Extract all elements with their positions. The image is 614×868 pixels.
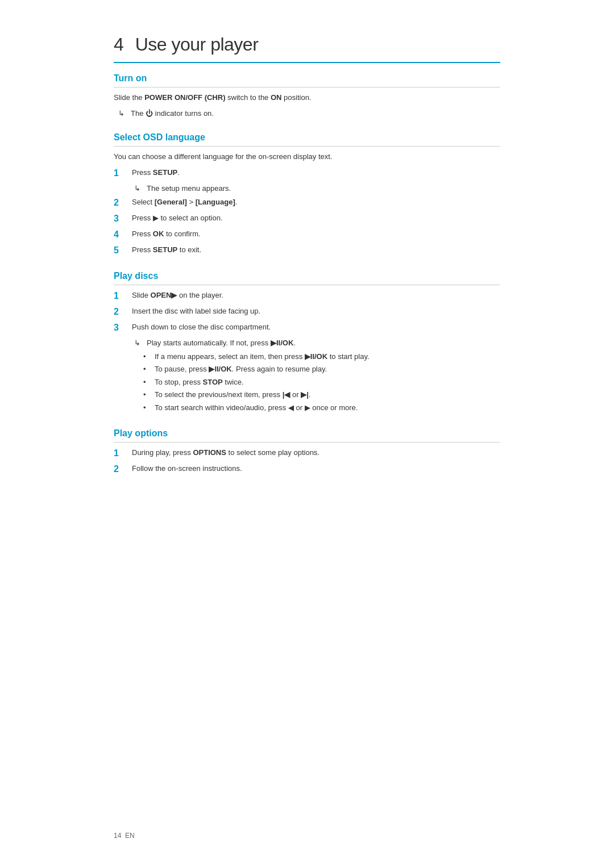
section-title-turn-on: Turn on	[114, 73, 500, 87]
arrow-icon: ↳	[134, 337, 143, 349]
disc-step-3-result: ↳ Play starts automatically. If not, pre…	[114, 337, 500, 415]
step-text: Press SETUP.	[132, 167, 500, 178]
section-title-play-options: Play options	[114, 428, 500, 443]
turn-on-result-text: The ⏻ indicator turns on.	[131, 108, 214, 119]
step-text: Press ▶ to select an option.	[132, 212, 500, 224]
play-disc-steps: 1 Slide OPEN▶ on the player. 2 Insert th…	[114, 290, 500, 415]
page-number: 14	[114, 832, 121, 840]
osd-step-5: 5 Press SETUP to exit.	[114, 244, 500, 257]
disc-bullet-list: • If a menu appears, select an item, the…	[143, 351, 500, 414]
step-number: 1	[114, 446, 127, 460]
step-text: Slide OPEN▶ on the player.	[132, 290, 500, 301]
arrow-icon: ↳	[134, 183, 143, 194]
disc-result-block: ↳ Play starts automatically. If not, pre…	[132, 337, 500, 415]
bullet-icon: •	[143, 377, 150, 388]
bullet-item-stop: • To stop, press STOP twice.	[143, 377, 500, 388]
disc-step-2: 2 Insert the disc with label side facing…	[114, 306, 500, 319]
step-number: 2	[114, 462, 127, 476]
bullet-icon: •	[143, 402, 150, 414]
disc-step-3: 3 Push down to close the disc compartmen…	[114, 322, 500, 335]
osd-result: ↳ The setup menu appears.	[134, 183, 231, 194]
options-step-1: 1 During play, press OPTIONS to select s…	[114, 447, 500, 460]
step-text: Follow the on-screen instructions.	[132, 463, 500, 474]
osd-step-2: 2 Select [General] > [Language].	[114, 197, 500, 210]
osd-step-1-result: ↳ The setup menu appears.	[114, 183, 500, 194]
disc-step-1: 1 Slide OPEN▶ on the player.	[114, 290, 500, 303]
turn-on-description: Slide the POWER ON/OFF (CHR) switch to t…	[114, 92, 500, 103]
chapter-title: 4 Use your player	[114, 34, 500, 63]
bullet-item-menu: • If a menu appears, select an item, the…	[143, 351, 500, 362]
step-text: During play, press OPTIONS to select som…	[132, 447, 500, 458]
bullet-text: To select the previous/next item, press …	[155, 389, 310, 400]
step-number: 3	[114, 321, 127, 335]
osd-step-4: 4 Press OK to confirm.	[114, 228, 500, 241]
arrow-icon: ↳	[118, 108, 127, 119]
section-title-osd: Select OSD language	[114, 132, 500, 147]
bullet-text: To start search within video/audio, pres…	[155, 402, 358, 414]
step-number: 1	[114, 289, 127, 303]
bullet-icon: •	[143, 389, 150, 400]
osd-description: You can choose a different language for …	[114, 151, 500, 162]
step-number: 5	[114, 244, 127, 257]
osd-result-text: The setup menu appears.	[147, 183, 231, 194]
footer: 14 EN	[114, 832, 135, 840]
section-osd-language: Select OSD language You can choose a dif…	[114, 132, 500, 257]
section-play-discs: Play discs 1 Slide OPEN▶ on the player. …	[114, 271, 500, 415]
disc-play-result: ↳ Play starts automatically. If not, pre…	[134, 337, 500, 349]
section-play-options: Play options 1 During play, press OPTION…	[114, 428, 500, 476]
osd-step-3: 3 Press ▶ to select an option.	[114, 212, 500, 226]
page: 4 Use your player Turn on Slide the POWE…	[0, 0, 614, 868]
turn-on-result: ↳ The ⏻ indicator turns on.	[118, 108, 500, 119]
step-text: Select [General] > [Language].	[132, 197, 500, 208]
section-title-play-discs: Play discs	[114, 271, 500, 285]
step-number: 1	[114, 166, 127, 180]
options-step-2: 2 Follow the on-screen instructions.	[114, 463, 500, 476]
osd-steps: 1 Press SETUP. ↳ The setup menu appears.…	[114, 167, 500, 258]
step-text: Press OK to confirm.	[132, 228, 500, 240]
bullet-text: If a menu appears, select an item, then …	[155, 351, 370, 362]
step-number: 3	[114, 212, 127, 226]
chapter-number: 4	[114, 34, 123, 55]
section-turn-on: Turn on Slide the POWER ON/OFF (CHR) swi…	[114, 73, 500, 119]
step-number: 4	[114, 228, 127, 241]
step-number: 2	[114, 196, 127, 210]
bullet-text: To pause, press ▶II/OK. Press again to r…	[155, 364, 327, 375]
step-text: Insert the disc with label side facing u…	[132, 306, 500, 317]
step-text: Push down to close the disc compartment.	[132, 322, 500, 333]
language-label: EN	[125, 832, 135, 840]
bullet-icon: •	[143, 351, 150, 362]
bullet-text: To stop, press STOP twice.	[155, 377, 244, 388]
bullet-item-search: • To start search within video/audio, pr…	[143, 402, 500, 414]
step-number: 2	[114, 305, 127, 319]
osd-step-1: 1 Press SETUP.	[114, 167, 500, 180]
play-options-steps: 1 During play, press OPTIONS to select s…	[114, 447, 500, 476]
bullet-icon: •	[143, 364, 150, 375]
disc-result-text: Play starts automatically. If not, press…	[147, 337, 296, 349]
bullet-item-prev-next: • To select the previous/next item, pres…	[143, 389, 500, 400]
bullet-item-pause: • To pause, press ▶II/OK. Press again to…	[143, 364, 500, 375]
step-text: Press SETUP to exit.	[132, 244, 500, 256]
chapter-title-text: Use your player	[135, 34, 259, 55]
